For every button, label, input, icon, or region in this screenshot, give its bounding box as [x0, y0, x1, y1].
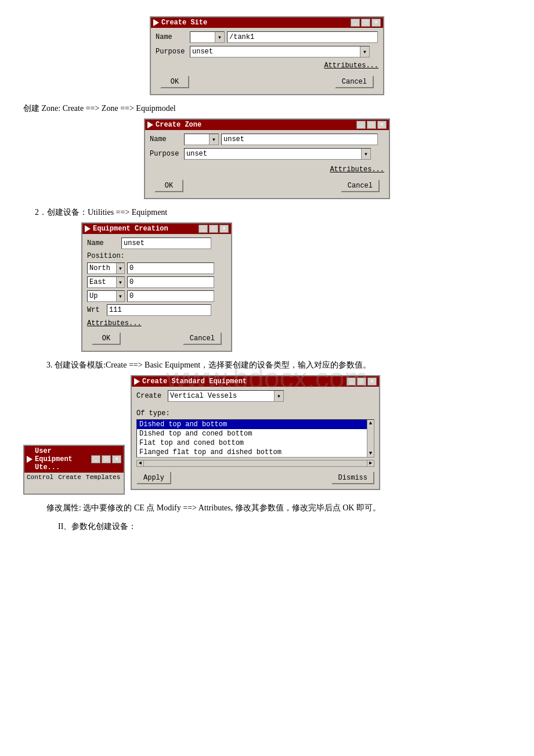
title-controls[interactable]: _ □ ×: [356, 121, 387, 129]
list-item[interactable]: Flanged flat top and dished bottom: [137, 448, 367, 457]
footer: OK Cancel: [156, 73, 378, 91]
up-dropdown-arrow[interactable]: ▼: [116, 291, 124, 301]
east-input[interactable]: [127, 276, 214, 288]
north-input[interactable]: [127, 262, 214, 274]
section5-text: II、参数化创建设备：: [58, 521, 511, 532]
name-row: Name: [87, 237, 226, 249]
create-site-titlebar: Create Site _ □ ×: [151, 17, 383, 28]
ue-titlebar: User Equipment Ute... _ □ ×: [24, 446, 124, 473]
type-list: Dished top and bottom Dished top and con…: [136, 419, 374, 458]
name-input[interactable]: [121, 237, 211, 249]
maximize-btn[interactable]: □: [209, 225, 218, 233]
name-label: Name: [156, 33, 187, 41]
purpose-row: Purpose unset ▼: [150, 148, 384, 160]
close-btn[interactable]: ×: [371, 19, 381, 27]
name-input[interactable]: [227, 31, 378, 43]
equipment-creation-dialog: Equipment Creation _ □ × Name Position: …: [81, 222, 232, 352]
close-btn[interactable]: ×: [112, 455, 121, 463]
minimize-btn[interactable]: _: [199, 225, 208, 233]
ue-templates-menu[interactable]: Templates: [86, 474, 120, 481]
type-list-items: Dished top and bottom Dished top and con…: [137, 420, 367, 457]
create-standard-equipment-dialog: Create Standard Equipment _ □ × Create V…: [131, 375, 380, 490]
ue-control-menu[interactable]: Control: [27, 474, 53, 481]
north-label: North: [88, 264, 116, 272]
east-dropdown[interactable]: East ▼: [87, 276, 125, 288]
purpose-dropdown[interactable]: unset ▼: [190, 46, 370, 57]
up-dropdown[interactable]: Up ▼: [87, 290, 125, 302]
title-controls[interactable]: _ □ ×: [91, 455, 121, 463]
name-dropdown-arrow[interactable]: ▼: [209, 134, 218, 145]
name-label: Name: [87, 239, 119, 247]
east-dropdown-arrow[interactable]: ▼: [116, 277, 124, 287]
name-dropdown[interactable]: ▼: [190, 31, 225, 43]
cancel-button[interactable]: Cancel: [341, 179, 380, 192]
purpose-row: Purpose unset ▼: [156, 46, 378, 57]
up-row: Up ▼: [87, 290, 226, 302]
wrt-input[interactable]: [107, 304, 211, 316]
horizontal-scrollbar[interactable]: ◄ ►: [136, 460, 374, 467]
title-controls[interactable]: _ □ ×: [347, 377, 377, 386]
maximize-btn[interactable]: □: [367, 121, 376, 129]
scroll-up-arrow[interactable]: ▲: [369, 420, 372, 426]
minimize-btn[interactable]: _: [91, 455, 100, 463]
attributes-link[interactable]: Attributes...: [324, 62, 378, 70]
name-input[interactable]: [221, 134, 378, 145]
ok-button[interactable]: OK: [160, 75, 189, 88]
title-triangle-icon: [153, 19, 159, 26]
dismiss-button[interactable]: Dismiss: [331, 471, 374, 484]
vessel-type-value: Vertical Vessels: [168, 392, 274, 400]
title-triangle-icon: [134, 378, 140, 385]
ue-create-menu[interactable]: Create: [58, 474, 81, 481]
name-label: Name: [150, 135, 182, 143]
maximize-btn[interactable]: □: [102, 455, 111, 463]
create-site-dialog: Create Site _ □ × Name ▼ Purpose unset: [150, 16, 384, 95]
north-dropdown[interactable]: North ▼: [87, 262, 125, 274]
list-scrollbar[interactable]: ▲ ▼: [367, 420, 374, 457]
scroll-track: [144, 460, 367, 466]
north-dropdown-arrow[interactable]: ▼: [116, 263, 124, 273]
cse-title: Create Standard Equipment: [142, 377, 247, 386]
minimize-btn[interactable]: _: [356, 121, 366, 129]
list-item[interactable]: Flat top and coned bottom: [137, 438, 367, 448]
name-dropdown[interactable]: ▼: [184, 134, 219, 145]
purpose-dropdown[interactable]: unset ▼: [184, 148, 371, 160]
minimize-btn[interactable]: _: [351, 19, 360, 27]
title-controls[interactable]: _ □ ×: [199, 225, 229, 233]
cse-footer: Apply Dismiss: [136, 470, 374, 485]
purpose-value: unset: [190, 48, 360, 56]
ue-menubar: Control Create Templates: [24, 473, 124, 482]
maximize-btn[interactable]: □: [357, 377, 366, 386]
minimize-btn[interactable]: _: [347, 377, 356, 386]
attributes-link[interactable]: Attributes...: [87, 319, 142, 327]
purpose-dropdown-arrow[interactable]: ▼: [361, 149, 370, 159]
close-btn[interactable]: ×: [367, 377, 377, 386]
create-row: Create Vertical Vessels ▼: [136, 390, 374, 402]
create-zone-title: Create Zone: [156, 121, 201, 129]
title-triangle-icon: [147, 121, 153, 128]
purpose-dropdown-arrow[interactable]: ▼: [360, 46, 369, 57]
attributes-link[interactable]: Attributes...: [330, 165, 384, 174]
east-row: East ▼: [87, 276, 226, 288]
section1-text: 创建 Zone: Create ==> Zone ==> Equipmodel: [23, 103, 511, 114]
name-dropdown-arrow[interactable]: ▼: [215, 32, 224, 42]
cancel-button[interactable]: Cancel: [183, 332, 222, 345]
list-item[interactable]: Dished top and coned bottom: [137, 429, 367, 438]
cancel-button[interactable]: Cancel: [335, 75, 374, 88]
ok-button[interactable]: OK: [92, 332, 121, 345]
scroll-down-arrow[interactable]: ▼: [369, 451, 372, 456]
scroll-left-arrow[interactable]: ◄: [137, 460, 144, 466]
title-controls[interactable]: _ □ ×: [351, 19, 381, 27]
scroll-right-arrow[interactable]: ►: [367, 460, 374, 466]
east-label: East: [88, 278, 116, 286]
of-type-label: Of type:: [136, 409, 374, 417]
close-btn[interactable]: ×: [219, 225, 229, 233]
vessel-type-dropdown[interactable]: Vertical Vessels ▼: [168, 390, 284, 402]
vessel-type-dropdown-arrow[interactable]: ▼: [274, 391, 283, 401]
title-triangle-icon: [27, 456, 33, 463]
maximize-btn[interactable]: □: [361, 19, 370, 27]
ok-button[interactable]: OK: [154, 179, 183, 192]
list-item[interactable]: Dished top and bottom: [137, 420, 367, 429]
apply-button[interactable]: Apply: [136, 471, 171, 484]
up-input[interactable]: [127, 290, 214, 302]
close-btn[interactable]: ×: [377, 121, 387, 129]
